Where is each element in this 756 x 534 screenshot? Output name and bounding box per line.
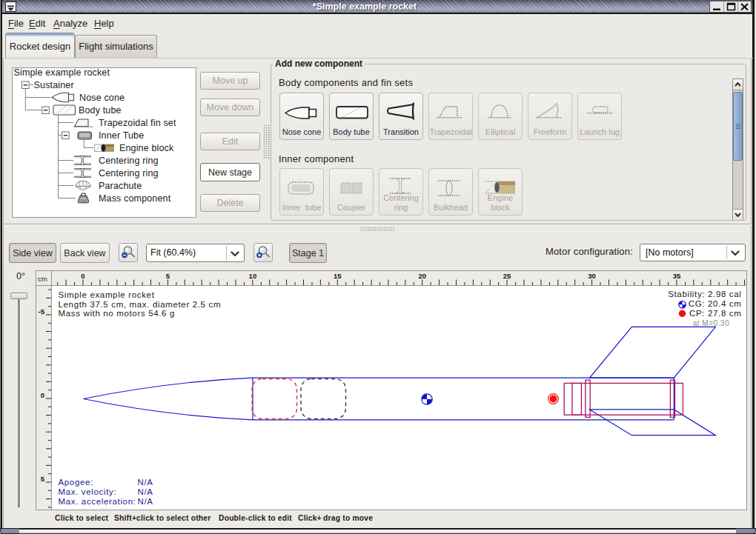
svg-text:Simple example rocket: Simple example rocket — [14, 67, 110, 78]
svg-text:kg: kg — [82, 198, 85, 201]
svg-text:Length 37.5 cm, max. diameter: Length 37.5 cm, max. diameter 2.5 cm — [59, 300, 222, 309]
svg-text:at M=0.30: at M=0.30 — [693, 319, 729, 327]
svg-text:15: 15 — [334, 272, 342, 280]
svg-text:Engine block: Engine block — [119, 143, 174, 153]
svg-text:35: 35 — [673, 272, 681, 280]
svg-text:Stability: 2.98 cal: Stability: 2.98 cal — [668, 290, 741, 298]
svg-text:0: 0 — [81, 272, 84, 280]
svg-text:Parachute: Parachute — [99, 181, 142, 191]
svg-text:Trapezoidal fin set: Trapezoidal fin set — [99, 118, 176, 128]
svg-text:20: 20 — [418, 272, 426, 280]
svg-text:Max. acceleration:: Max. acceleration: — [59, 497, 136, 506]
svg-text:N/A: N/A — [138, 487, 153, 496]
svg-text:Sustainer: Sustainer — [34, 80, 74, 90]
svg-text:N/A: N/A — [138, 497, 153, 506]
svg-text:Apogee:: Apogee: — [59, 478, 93, 487]
svg-text:-5: -5 — [39, 307, 45, 316]
svg-text:0: 0 — [41, 391, 44, 399]
svg-text:Max. velocity:: Max. velocity: — [59, 487, 117, 496]
svg-text:CG: 20.4 cm: CG: 20.4 cm — [689, 299, 742, 308]
svg-text:Centering ring: Centering ring — [99, 168, 159, 178]
svg-text:5: 5 — [41, 475, 45, 483]
svg-text:10: 10 — [249, 272, 257, 280]
svg-text:30: 30 — [588, 272, 596, 280]
svg-text:N/A: N/A — [138, 478, 153, 487]
svg-text:Simple example rocket: Simple example rocket — [59, 290, 155, 299]
svg-text:Centering ring: Centering ring — [99, 156, 159, 166]
svg-text:5: 5 — [166, 272, 170, 280]
svg-text:25: 25 — [503, 272, 511, 280]
svg-text:cm: cm — [38, 275, 47, 283]
svg-text:CP: 27.8 cm: CP: 27.8 cm — [689, 309, 741, 318]
svg-text:Mass with no motors 54.6 g: Mass with no motors 54.6 g — [59, 309, 176, 318]
svg-text:Body tube: Body tube — [79, 105, 122, 116]
svg-text:Inner Tube: Inner Tube — [99, 130, 144, 141]
svg-text:Nose cone: Nose cone — [79, 93, 125, 103]
svg-text:Mass component: Mass component — [99, 193, 171, 204]
